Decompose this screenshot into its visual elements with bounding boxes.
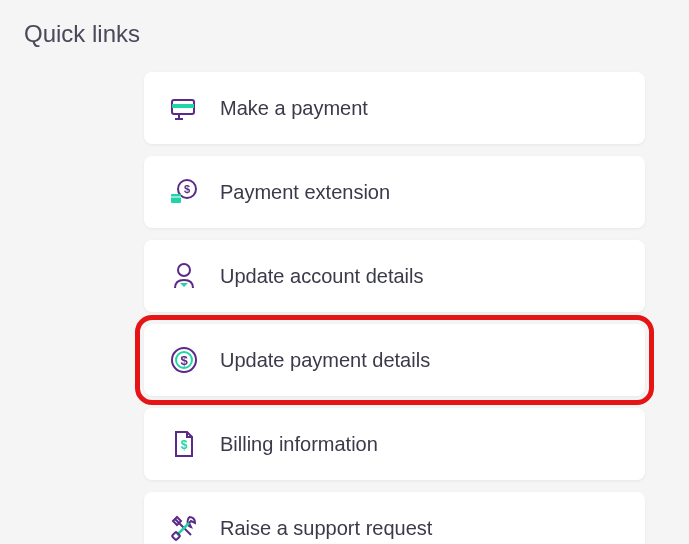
svg-point-8: [178, 264, 190, 276]
person-icon: [166, 258, 202, 294]
support-request-link[interactable]: Raise a support request: [144, 492, 645, 544]
section-title: Quick links: [24, 20, 665, 48]
calendar-dollar-icon: $: [166, 174, 202, 210]
update-account-link[interactable]: Update account details: [144, 240, 645, 312]
make-payment-link[interactable]: Make a payment: [144, 72, 645, 144]
billing-info-link[interactable]: $ Billing information: [144, 408, 645, 480]
link-label: Make a payment: [220, 97, 368, 120]
payment-extension-link[interactable]: $ Payment extension: [144, 156, 645, 228]
update-payment-link[interactable]: $ Update payment details: [144, 324, 645, 396]
quick-links-list: Make a payment $ Payment extension Updat…: [24, 72, 665, 544]
link-label: Billing information: [220, 433, 378, 456]
link-label: Update payment details: [220, 349, 430, 372]
svg-text:$: $: [180, 353, 188, 368]
svg-rect-1: [172, 104, 194, 108]
link-label: Raise a support request: [220, 517, 432, 540]
svg-rect-6: [171, 194, 181, 203]
credit-card-icon: [166, 90, 202, 126]
tools-icon: [166, 510, 202, 544]
link-label: Payment extension: [220, 181, 390, 204]
svg-text:$: $: [184, 183, 190, 195]
document-dollar-icon: $: [166, 426, 202, 462]
svg-text:$: $: [181, 438, 188, 452]
dollar-circle-icon: $: [166, 342, 202, 378]
link-label: Update account details: [220, 265, 423, 288]
